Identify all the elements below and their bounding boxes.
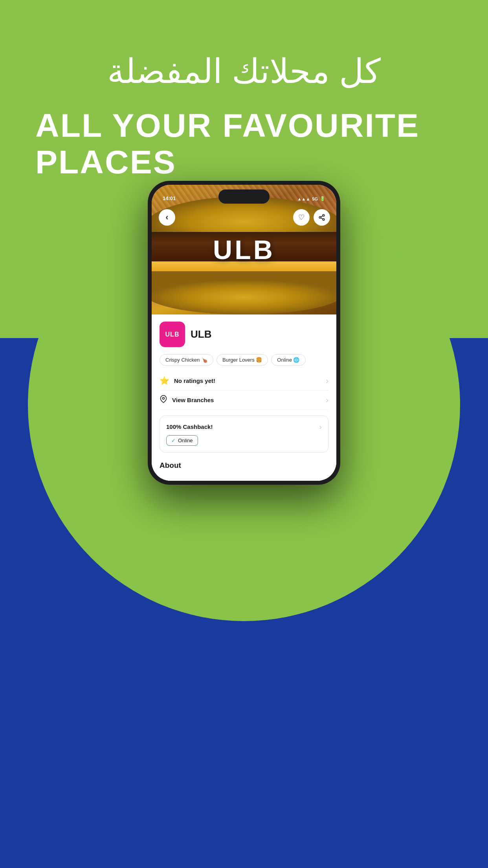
- heart-button[interactable]: ♡: [293, 209, 310, 226]
- brand-row: ULB ULB: [160, 322, 328, 347]
- svg-point-5: [163, 397, 165, 399]
- burger-bun-bottom: [152, 271, 336, 314]
- check-icon: ✓: [171, 438, 176, 443]
- header-text: كل محلاتك المفضلة ALL YOUR FAVOURITE PLA…: [0, 51, 488, 180]
- dynamic-island: [218, 189, 270, 204]
- cashback-card[interactable]: 100% Cashback! › ✓ Online: [160, 416, 328, 452]
- cashback-badge: ✓ Online: [166, 435, 198, 446]
- branches-left: View Branches: [160, 395, 214, 405]
- arabic-title: كل محلاتك المفضلة: [35, 51, 453, 92]
- ratings-text: No ratings yet!: [174, 377, 215, 384]
- cashback-badge-text: Online: [178, 438, 193, 443]
- tag-burger-lovers[interactable]: Burger Lovers 🍔: [216, 354, 268, 366]
- about-section: About: [160, 458, 328, 470]
- tag-crispy-chicken[interactable]: Crispy Chicken 🍗: [160, 354, 213, 366]
- status-time: 14:01: [163, 195, 176, 201]
- ratings-left: ⭐ No ratings yet!: [160, 376, 215, 385]
- battery-icon: 🔋: [320, 196, 325, 201]
- phone-frame: 14:01 ▲▲▲ 5G 🔋: [148, 181, 340, 485]
- brand-name: ULB: [191, 328, 211, 340]
- cashback-title: 100% Cashback!: [166, 423, 213, 430]
- ratings-row[interactable]: ⭐ No ratings yet! ›: [160, 371, 328, 390]
- phone-screen: 14:01 ▲▲▲ 5G 🔋: [152, 185, 336, 481]
- location-icon: [160, 395, 167, 405]
- phone-wrapper: 14:01 ▲▲▲ 5G 🔋: [148, 181, 340, 485]
- content-area: ULB ULB Crispy Chicken 🍗 Burger Lovers 🍔…: [152, 314, 336, 481]
- signal-icon: ▲▲▲: [297, 197, 310, 201]
- english-title: ALL YOUR FAVOURITE PLACES: [35, 107, 453, 180]
- cashback-chevron: ›: [319, 422, 322, 431]
- svg-line-4: [321, 216, 323, 217]
- brand-logo: ULB: [160, 322, 185, 347]
- svg-line-3: [321, 218, 323, 219]
- tags-row: Crispy Chicken 🍗 Burger Lovers 🍔 Online …: [160, 354, 328, 366]
- cashback-header: 100% Cashback! ›: [166, 422, 322, 431]
- about-title: About: [160, 461, 181, 469]
- back-button[interactable]: ‹: [159, 209, 175, 226]
- ratings-chevron: ›: [326, 376, 328, 385]
- star-icon: ⭐: [160, 376, 169, 385]
- tag-online[interactable]: Online 🌐: [271, 354, 305, 366]
- branches-text: View Branches: [172, 397, 214, 403]
- branches-chevron: ›: [326, 395, 328, 405]
- status-icons: ▲▲▲ 5G 🔋: [297, 196, 325, 201]
- branches-row[interactable]: View Branches ›: [160, 390, 328, 410]
- hero-brand-text: ULB: [213, 234, 275, 265]
- share-button[interactable]: [314, 209, 330, 226]
- network-label: 5G: [312, 197, 318, 201]
